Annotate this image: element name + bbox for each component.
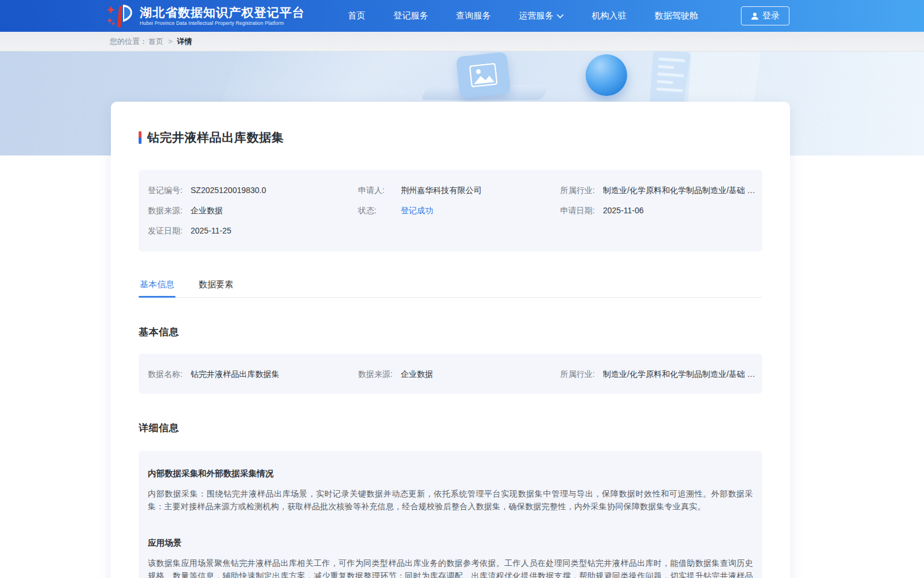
status-label: 状态: [358, 205, 401, 216]
status-value[interactable]: 登记成功 [401, 205, 433, 216]
title-marker [139, 131, 141, 144]
nav-item-home[interactable]: 首页 [346, 7, 368, 25]
collection-info-text: 内部数据采集：围绕钻完井液样品出库场景，实时记录关键数据并动态更新，依托系统管理… [148, 487, 753, 513]
breadcrumb-current: 详情 [177, 36, 192, 47]
banner-photo-illustration [456, 52, 511, 99]
registration-number-label: 登记编号: [148, 185, 191, 195]
platform-title: 湖北省数据知识产权登记平台 [140, 6, 305, 19]
picture-icon [469, 63, 498, 88]
breadcrumb-separator: > [168, 37, 173, 46]
issue-date-value: 2025-11-25 [191, 225, 232, 236]
top-navbar: 湖北省数据知识产权登记平台 Hubei Province Data Intell… [0, 0, 924, 32]
collection-info-block: 内部数据采集和外部数据采集情况 内部数据采集：围绕钻完井液样品出库场景，实时记录… [148, 468, 753, 513]
summary-col-1: 登记编号: SZ2025120019830.0 数据来源: 企业数据 发证日期:… [148, 185, 358, 246]
nav-item-registration-services[interactable]: 登记服务 [391, 7, 430, 25]
doc-line [658, 65, 674, 69]
apply-date-value: 2025-11-06 [603, 205, 644, 216]
basic-info-heading: 基本信息 [139, 325, 762, 339]
basic-data-source-value: 企业数据 [401, 369, 433, 379]
login-button-label: 登录 [762, 10, 780, 21]
dataset-name-row: 数据名称: 钻完井液样品出库数据集 [148, 369, 358, 379]
apply-date-row: 申请日期: 2025-11-06 [560, 205, 755, 216]
industry-row: 所属行业: 制造业/化学原料和化学制品制造业/基础 … [560, 185, 755, 195]
detail-tabs: 基本信息 数据要素 [139, 275, 762, 298]
industry-value: 制造业/化学原料和化学制品制造业/基础 … [603, 185, 755, 195]
nav-item-query-services[interactable]: 查询服务 [454, 7, 493, 25]
registration-summary-panel: 登记编号: SZ2025120019830.0 数据来源: 企业数据 发证日期:… [139, 170, 762, 251]
doc-line [656, 87, 683, 92]
doc-line [658, 57, 685, 62]
nav-item-operation-services-label: 运营服务 [519, 10, 553, 21]
registration-number-row: 登记编号: SZ2025120019830.0 [148, 185, 358, 195]
platform-logo-icon [107, 3, 134, 29]
basic-industry-value: 制造业/化学原料和化学制品制造业/基础 … [603, 369, 755, 379]
basic-data-source-label: 数据来源: [358, 369, 401, 379]
issue-date-label: 发证日期: [148, 225, 191, 236]
applicant-value: 荆州嘉华科技有限公司 [401, 185, 482, 195]
detail-card: 钻完井液样品出库数据集 登记编号: SZ2025120019830.0 数据来源… [111, 102, 790, 578]
status-row: 状态: 登记成功 [358, 205, 560, 216]
banner-sphere-illustration [586, 54, 627, 96]
data-source-value: 企业数据 [191, 205, 223, 216]
platform-subtitle: Hubei Province Data Intellectual Propert… [140, 20, 305, 26]
application-scenario-text: 该数据集应用场景聚焦钻完井液样品出库相关工作，可作为同类型样品出库业务的数据参考… [148, 557, 753, 578]
breadcrumb-home-link[interactable]: 首页 [148, 36, 163, 47]
data-source-row: 数据来源: 企业数据 [148, 205, 358, 216]
basic-industry-row: 所属行业: 制造业/化学原料和化学制品制造业/基础 … [560, 369, 755, 379]
user-icon [751, 12, 759, 20]
registration-number-value: SZ2025120019830.0 [191, 185, 266, 195]
basic-data-source-row: 数据来源: 企业数据 [358, 369, 560, 379]
breadcrumb-prefix: 您的位置： [110, 36, 147, 47]
login-button[interactable]: 登录 [741, 6, 789, 25]
application-scenario-subheading: 应用场景 [148, 538, 753, 549]
summary-col-2: 申请人: 荆州嘉华科技有限公司 状态: 登记成功 [358, 185, 560, 246]
summary-col-3: 所属行业: 制造业/化学原料和化学制品制造业/基础 … 申请日期: 2025-1… [560, 185, 755, 246]
application-scenario-block: 应用场景 该数据集应用场景聚焦钻完井液样品出库相关工作，可作为同类型样品出库业务… [148, 538, 753, 578]
basic-info-panel: 数据名称: 钻完井液样品出库数据集 数据来源: 企业数据 所属行业: 制造业/化… [139, 354, 762, 394]
issue-date-row: 发证日期: 2025-11-25 [148, 225, 358, 236]
dataset-name-label: 数据名称: [148, 369, 191, 379]
chevron-down-icon [557, 14, 564, 18]
tab-basic-info[interactable]: 基本信息 [139, 275, 176, 297]
industry-label: 所属行业: [560, 185, 603, 195]
detailed-info-panel: 内部数据采集和外部数据采集情况 内部数据采集：围绕钻完井液样品出库场景，实时记录… [139, 451, 762, 578]
detailed-info-heading: 详细信息 [139, 421, 762, 435]
basic-industry-label: 所属行业: [560, 369, 603, 379]
breadcrumb: 您的位置： 首页 > 详情 [0, 32, 924, 51]
applicant-row: 申请人: 荆州嘉华科技有限公司 [358, 185, 560, 195]
doc-line [657, 80, 673, 84]
main-nav: 首页 登记服务 查询服务 运营服务 机构入驻 数据驾驶舱 [322, 7, 724, 25]
apply-date-label: 申请日期: [560, 205, 603, 216]
doc-line [657, 72, 684, 77]
dataset-title-row: 钻完井液样品出库数据集 [139, 102, 762, 146]
platform-logo: 湖北省数据知识产权登记平台 Hubei Province Data Intell… [107, 3, 305, 29]
page-stage: 钻完井液样品出库数据集 登记编号: SZ2025120019830.0 数据来源… [0, 51, 924, 578]
nav-item-operation-services[interactable]: 运营服务 [516, 7, 566, 25]
applicant-label: 申请人: [358, 185, 401, 195]
nav-item-institution-onboarding[interactable]: 机构入驻 [590, 7, 629, 25]
dataset-title: 钻完井液样品出库数据集 [147, 129, 284, 146]
nav-item-data-dashboard[interactable]: 数据驾驶舱 [652, 7, 700, 25]
data-source-label: 数据来源: [148, 205, 191, 216]
dataset-name-value: 钻完井液样品出库数据集 [191, 369, 280, 379]
tab-data-elements[interactable]: 数据要素 [198, 275, 234, 297]
collection-info-subheading: 内部数据采集和外部数据采集情况 [148, 468, 753, 479]
